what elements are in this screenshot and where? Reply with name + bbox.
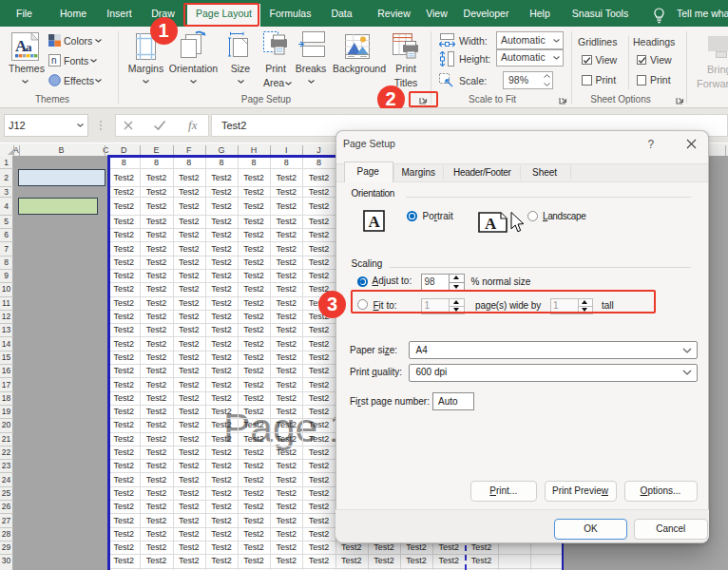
svg-text:a: a [26, 40, 32, 54]
svg-text:A: A [485, 215, 497, 233]
svg-text:A: A [368, 213, 380, 231]
svg-text:n: n [51, 55, 57, 66]
